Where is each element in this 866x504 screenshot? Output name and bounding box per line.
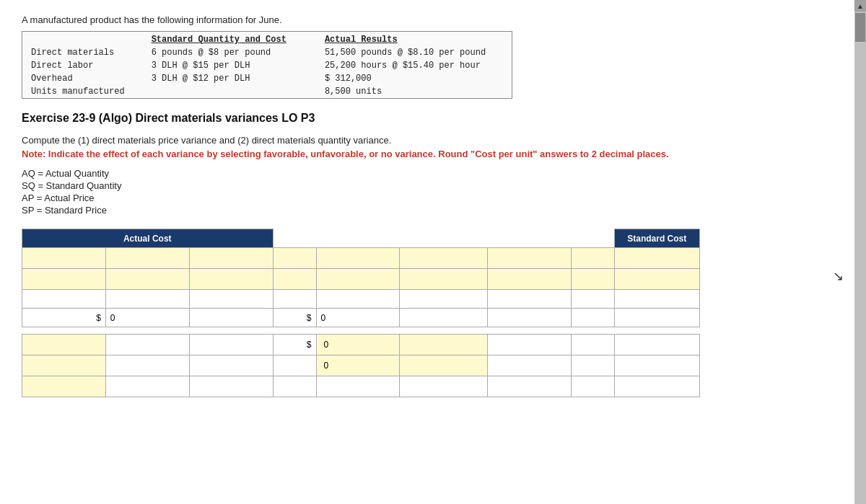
empty-mid-r3c2	[316, 290, 400, 309]
mid-input-r2c3[interactable]	[400, 269, 487, 290]
legend-sq: SQ = Standard Quantity	[22, 180, 833, 191]
var-std-r2c3	[614, 355, 699, 376]
note-text: Note: Indicate the effect of each varian…	[22, 149, 833, 159]
std-input-r1c3-field[interactable]	[619, 250, 695, 266]
info-table-row: Units manufactured 8,500 units	[22, 85, 512, 99]
legend-ap: AP = Actual Price	[22, 193, 833, 203]
table-row	[22, 290, 700, 309]
var-yellow-r1c6[interactable]	[400, 335, 487, 355]
mid-input-r1c1[interactable]	[273, 248, 316, 269]
std-empty-r4c	[614, 309, 699, 327]
info-table-row: Direct labor 3 DLH @ $15 per DLH 25,200 …	[22, 59, 512, 72]
var-std-r3c2	[571, 376, 614, 397]
row-label: Direct materials	[22, 46, 143, 59]
std-input-r1c1[interactable]	[487, 248, 571, 269]
info-section: A manufactured product has the following…	[22, 14, 833, 99]
mid-input-r1c1-field[interactable]	[278, 250, 312, 266]
actual-input-r2c3-field[interactable]	[194, 271, 268, 287]
var-r3c6	[400, 376, 487, 397]
var-input-r3c1-field[interactable]	[27, 379, 101, 394]
mid-dollar: $	[273, 309, 316, 327]
variance-row-2	[22, 355, 700, 376]
variance-table: Actual Cost Standard Cost	[22, 229, 700, 397]
mid-input-r2c1[interactable]	[273, 269, 316, 290]
var-r2c4	[273, 355, 316, 376]
actual-input-r2c1[interactable]	[22, 269, 106, 290]
var-input-r2c5[interactable]	[316, 355, 400, 376]
middle-header-empty	[316, 229, 571, 248]
mid-input-r2c2[interactable]	[316, 269, 400, 290]
variance-row-3	[22, 376, 700, 397]
mid-input-r1c3-field[interactable]	[404, 250, 482, 266]
mid-input-r1c3[interactable]	[400, 248, 487, 269]
std-input-r2c1[interactable]	[487, 269, 571, 290]
std-input-r1c2[interactable]	[571, 248, 614, 269]
var-input-r1c5-field[interactable]	[321, 337, 395, 353]
actual-input-r2c2[interactable]	[105, 269, 189, 290]
scroll-thumb[interactable]	[855, 13, 865, 42]
row-label: Units manufactured	[22, 85, 143, 99]
var-std-r2c1	[487, 355, 571, 376]
std-input-r1c2-field[interactable]	[576, 250, 610, 266]
row-standard: 6 pounds @ $8 per pound	[143, 46, 316, 59]
var-input-r1c6-field[interactable]	[404, 340, 482, 350]
actual-input-r1c1-field[interactable]	[27, 250, 101, 266]
empty-mid-r3c1	[273, 290, 316, 309]
var-input-r2c1[interactable]	[22, 355, 106, 376]
mid-input-r2c1-field[interactable]	[278, 271, 312, 287]
empty-r3c1	[22, 290, 106, 309]
var-std-r1c1	[487, 335, 571, 355]
row-standard: 3 DLH @ $12 per DLH	[143, 72, 316, 85]
var-std-r1c2	[571, 335, 614, 355]
actual-input-r2c1-field[interactable]	[27, 271, 101, 287]
actual-input-r2c3[interactable]	[189, 269, 273, 290]
variance-row-1: $	[22, 335, 700, 355]
var-r3c3	[189, 376, 273, 397]
mid-input-r2c2-field[interactable]	[321, 271, 395, 287]
std-input-r2c2-field[interactable]	[576, 271, 610, 287]
legend-aq: AQ = Actual Quantity	[22, 168, 833, 179]
var-input-r3c1[interactable]	[22, 376, 106, 397]
var-input-r1c1-field[interactable]	[27, 337, 101, 353]
actual-input-r1c2[interactable]	[105, 248, 189, 269]
empty-std-r3c3	[614, 290, 699, 309]
var-std-r2c2	[571, 355, 614, 376]
var-yellow-r2c6[interactable]	[400, 355, 487, 376]
std-input-r2c2[interactable]	[571, 269, 614, 290]
mid-input-r1c2-field[interactable]	[321, 250, 395, 266]
std-input-r2c1-field[interactable]	[492, 271, 567, 287]
actual-input-r1c3[interactable]	[189, 248, 273, 269]
spacer-col2	[571, 229, 614, 248]
actual-input-r2c2-field[interactable]	[110, 271, 185, 287]
empty-r3c2	[105, 290, 189, 309]
spacer-row	[22, 327, 700, 335]
actual-input-r1c2-field[interactable]	[110, 250, 185, 266]
row-actual: 25,200 hours @ $15.40 per hour	[316, 59, 512, 72]
var-input-r1c5[interactable]	[316, 335, 400, 355]
std-empty-r4a	[487, 309, 571, 327]
var-input-r1c1[interactable]	[22, 335, 106, 355]
var-input-r2c5-field[interactable]	[321, 358, 395, 373]
mid-zero: 0	[316, 309, 400, 327]
mid-input-r1c2[interactable]	[316, 248, 400, 269]
scrollbar[interactable]: ▲	[854, 0, 866, 504]
scroll-up-arrow[interactable]: ▲	[854, 0, 866, 12]
table-row	[22, 269, 700, 290]
actual-input-r1c1[interactable]	[22, 248, 106, 269]
empty-mid-r3c3	[400, 290, 487, 309]
legend-block: AQ = Actual Quantity SQ = Standard Quant…	[22, 168, 833, 216]
std-input-r1c1-field[interactable]	[492, 250, 567, 266]
var-input-r2c6-field[interactable]	[404, 361, 482, 371]
std-input-r2c3-field[interactable]	[619, 271, 695, 287]
total-row: $ 0 $ 0	[22, 309, 700, 327]
actual-empty-r4	[189, 309, 273, 327]
var-input-r2c1-field[interactable]	[27, 358, 101, 373]
resize-arrow-icon: ↘	[833, 268, 844, 284]
actual-input-r1c3-field[interactable]	[194, 250, 268, 266]
mid-input-r2c3-field[interactable]	[404, 271, 482, 287]
var-dollar-r1: $	[273, 335, 316, 355]
actual-cost-header: Actual Cost	[22, 229, 274, 248]
std-input-r2c3[interactable]	[614, 269, 699, 290]
std-input-r1c3[interactable]	[614, 248, 699, 269]
row-label: Direct labor	[22, 59, 143, 72]
